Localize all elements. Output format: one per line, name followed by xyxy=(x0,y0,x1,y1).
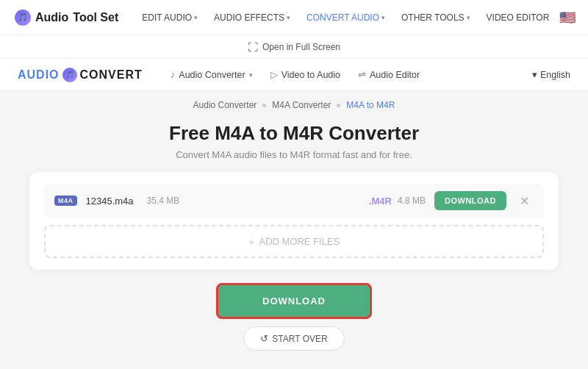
logo[interactable]: 🎵 Audio Tool Set xyxy=(15,10,118,26)
start-over-label: START OVER xyxy=(272,334,327,344)
logo-icon: 🎵 xyxy=(15,10,31,26)
file-size: 35.4 MB xyxy=(147,196,180,206)
page-title: Free M4A to M4R Converter xyxy=(29,122,559,145)
file-name: 12345.m4a xyxy=(86,196,134,207)
chevron-down-icon: ▾ xyxy=(381,14,385,21)
nav-audio-effects[interactable]: AUDIO EFFECTS ▾ xyxy=(208,10,296,26)
chevron-down-icon: ▾ xyxy=(249,71,253,79)
logo-text2: Tool Set xyxy=(73,11,118,24)
fullscreen-bar[interactable]: ⛶ Open in Full Screen xyxy=(0,35,588,59)
nav-flag[interactable]: 🇺🇸 xyxy=(559,10,576,26)
chevron-down-icon: ▾ xyxy=(532,69,537,80)
top-nav: 🎵 Audio Tool Set EDIT AUDIO ▾ AUDIO EFFE… xyxy=(0,0,588,35)
file-row: M4A 12345.m4a 35.4 MB .M4R 4.8 MB DOWNLO… xyxy=(44,184,544,218)
breadcrumb-m4a-to-m4r[interactable]: M4A to M4R xyxy=(346,100,395,110)
add-more-label: ADD MORE FILES xyxy=(259,236,340,247)
breadcrumb-m4a-converter[interactable]: M4A Converter xyxy=(272,100,331,110)
sub-nav-logo[interactable]: AUDIO 🎵 CONVERT xyxy=(18,68,143,82)
file-download-button[interactable]: DOWNLOAD xyxy=(434,191,506,210)
nav-convert-audio[interactable]: CONVERT AUDIO ▾ xyxy=(301,10,391,26)
nav-other-tools[interactable]: OTHER TOOLS ▾ xyxy=(395,10,476,26)
logo-text: Audio xyxy=(35,11,68,24)
file-output: .M4R 4.8 MB xyxy=(369,196,426,207)
output-size: 4.8 MB xyxy=(398,196,426,206)
sub-nav-items: ♪ Audio Converter ▾ ▷ Video to Audio ⇌ A… xyxy=(163,66,532,83)
bottom-actions: DOWNLOAD ↺ START OVER xyxy=(29,283,559,351)
main-download-button[interactable]: DOWNLOAD xyxy=(216,283,372,319)
refresh-icon: ↺ xyxy=(260,333,268,344)
nav-items: EDIT AUDIO ▾ AUDIO EFFECTS ▾ CONVERT AUD… xyxy=(136,10,576,26)
sub-logo-icon: 🎵 xyxy=(62,68,77,82)
fullscreen-label: Open in Full Screen xyxy=(262,42,340,52)
sub-nav-video-to-audio[interactable]: ▷ Video to Audio xyxy=(263,66,348,83)
breadcrumb-audio-converter[interactable]: Audio Converter xyxy=(193,100,257,110)
music-icon: ♪ xyxy=(171,69,176,80)
main-content: Free M4A to M4R Converter Convert M4A au… xyxy=(0,116,588,351)
page-subtitle: Convert M4A audio files to M4R format fa… xyxy=(29,149,559,160)
fullscreen-icon: ⛶ xyxy=(248,41,258,53)
sub-nav: AUDIO 🎵 CONVERT ♪ Audio Converter ▾ ▷ Vi… xyxy=(0,59,588,91)
file-area: M4A 12345.m4a 35.4 MB .M4R 4.8 MB DOWNLO… xyxy=(29,172,559,270)
sub-nav-audio-editor[interactable]: ⇌ Audio Editor xyxy=(351,66,427,83)
file-format-badge: M4A xyxy=(54,196,77,206)
nav-video-editor[interactable]: VIDEO EDITOR xyxy=(481,10,556,26)
chevron-down-icon: ▾ xyxy=(287,14,290,21)
output-format: .M4R xyxy=(369,196,392,207)
plus-icon: + xyxy=(248,235,255,248)
video-icon: ▷ xyxy=(270,69,278,80)
file-close-button[interactable]: ✕ xyxy=(515,193,534,209)
sub-nav-audio-converter[interactable]: ♪ Audio Converter ▾ xyxy=(163,66,260,83)
sliders-icon: ⇌ xyxy=(358,69,366,80)
sub-nav-language[interactable]: ▾ English xyxy=(532,69,570,80)
chevron-down-icon: ▾ xyxy=(194,14,198,21)
start-over-button[interactable]: ↺ START OVER xyxy=(243,326,344,351)
sub-logo-audio: AUDIO xyxy=(18,68,60,82)
breadcrumb: Audio Converter M4A Converter M4A to M4R xyxy=(0,91,588,116)
nav-edit-audio[interactable]: EDIT AUDIO ▾ xyxy=(136,10,204,26)
sub-logo-convert: CONVERT xyxy=(80,68,143,82)
breadcrumb-separator xyxy=(337,104,340,107)
add-more-files[interactable]: + ADD MORE FILES xyxy=(44,225,544,258)
chevron-down-icon: ▾ xyxy=(467,14,470,21)
breadcrumb-separator xyxy=(262,104,266,107)
